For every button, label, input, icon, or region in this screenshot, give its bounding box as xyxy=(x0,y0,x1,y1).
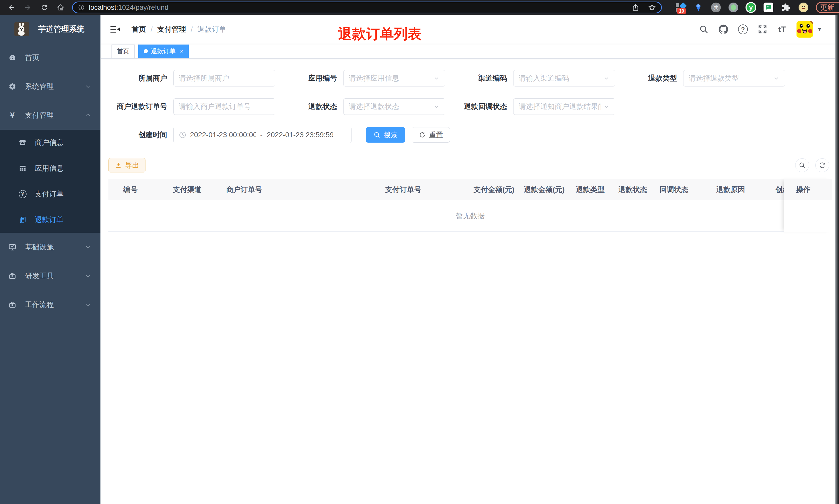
tab-refund-order[interactable]: 退款订单 × xyxy=(138,44,189,58)
navbar: 首页 / 支付管理 / 退款订单 退款订单列表 ? xyxy=(101,15,835,44)
page-content: 所属商户 应用编号 请选择应用信息 渠道编码 请输入渠道编码 xyxy=(101,59,835,232)
show-search-toggle-button[interactable] xyxy=(795,158,809,172)
chevron-down-icon xyxy=(85,84,91,90)
extension-badge: 10 xyxy=(677,8,686,14)
breadcrumb-payment[interactable]: 支付管理 xyxy=(157,24,186,34)
screen: localhost:1024/pay/refund 10 xyxy=(0,0,839,504)
sidebar-item-home[interactable]: 首页 xyxy=(0,43,101,72)
extension-puzzle-icon[interactable] xyxy=(780,2,792,13)
sidebar-item-app-info[interactable]: 应用信息 xyxy=(0,156,101,181)
sidebar-item-refund-order[interactable]: 退款订单 xyxy=(0,207,101,233)
breadcrumb-home[interactable]: 首页 xyxy=(131,24,146,34)
chevron-down-icon xyxy=(433,103,440,110)
sidebar-item-payment[interactable]: ¥ 支付管理 xyxy=(0,101,101,130)
merchant-refund-no-input[interactable] xyxy=(173,98,275,115)
th-refund-reason: 退款原因 xyxy=(716,185,745,195)
filter-label: 渠道编码 xyxy=(448,73,513,83)
app-logo-row[interactable]: 芋道管理系统 xyxy=(0,15,101,43)
sidebar-item-infrastructure[interactable]: 基础设施 xyxy=(0,233,101,262)
filter-label: 创建时间 xyxy=(108,130,173,140)
filter-label: 退款回调状态 xyxy=(448,102,513,111)
share-icon[interactable] xyxy=(632,4,639,11)
export-button-label: 导出 xyxy=(125,161,139,170)
reset-button[interactable]: 重置 xyxy=(412,127,450,143)
sidebar-item-pay-order[interactable]: ¥ 支付订单 xyxy=(0,181,101,207)
search-button[interactable]: 搜索 xyxy=(366,127,405,143)
filter-label: 退款类型 xyxy=(618,73,683,83)
sidebar-item-label: 退款订单 xyxy=(35,215,64,225)
tab-close-icon[interactable]: × xyxy=(180,48,183,55)
chevron-up-icon xyxy=(85,112,91,119)
merchant-input[interactable] xyxy=(173,70,275,87)
sidebar-item-label: 商户信息 xyxy=(35,138,64,147)
table-tools xyxy=(795,158,829,172)
avatar-caret-icon[interactable]: ▾ xyxy=(818,26,821,33)
browser-home-button[interactable] xyxy=(56,2,66,13)
refresh-table-button[interactable] xyxy=(815,158,829,172)
chevron-down-icon xyxy=(85,273,91,279)
date-range-picker[interactable]: 2022-01-23 00:00:00 - 2022-01-23 23:59:5… xyxy=(173,127,352,143)
th-notify-status: 回调状态 xyxy=(660,185,688,195)
fullscreen-icon[interactable] xyxy=(757,24,768,35)
notify-status-select[interactable]: 请选择通知商户退款结果的回调状态 xyxy=(513,98,615,115)
filter-label: 商户退款订单号 xyxy=(108,102,173,111)
sidebar-fold-icon[interactable] xyxy=(110,25,120,34)
fixed-operation-column: 操作 xyxy=(784,179,832,232)
extension-chat-icon[interactable] xyxy=(763,2,774,13)
extension-tabs-icon[interactable]: 10 xyxy=(675,2,686,13)
search-button-label: 搜索 xyxy=(384,130,398,140)
sidebar-item-workflow[interactable]: 工作流程 xyxy=(0,290,101,319)
sidebar-item-label: 支付管理 xyxy=(25,110,54,120)
browser-chrome: localhost:1024/pay/refund 10 xyxy=(0,0,839,15)
th-merchant-order: 商户订单号 xyxy=(226,185,262,195)
chevron-down-icon xyxy=(773,75,780,82)
app-select[interactable]: 请选择应用信息 xyxy=(343,70,445,87)
extension-gem-icon[interactable] xyxy=(693,2,704,13)
export-button[interactable]: 导出 xyxy=(108,158,145,173)
search-icon[interactable] xyxy=(699,24,709,35)
extension-emoji-icon[interactable] xyxy=(798,2,809,13)
sidebar-item-dev-tools[interactable]: 研发工具 xyxy=(0,262,101,290)
gear-icon xyxy=(8,83,16,90)
th-refund-amount: 退款金额(元) xyxy=(524,185,565,195)
refund-status-select[interactable]: 请选择退款状态 xyxy=(343,98,445,115)
filter-row-3: 创建时间 2022-01-23 00:00:00 - 2022-01-23 23… xyxy=(108,127,832,143)
extension-y-icon[interactable]: y xyxy=(745,2,756,13)
browser-update-button[interactable]: 更新 ⋮ xyxy=(816,2,839,13)
select-placeholder: 请选择应用信息 xyxy=(349,73,431,83)
extension-command-icon[interactable]: ⌘ xyxy=(710,2,721,13)
toolbox-icon xyxy=(8,272,16,280)
url-host: localhost xyxy=(89,4,117,12)
reset-button-label: 重置 xyxy=(429,130,443,140)
sidebar-item-merchant-info[interactable]: 商户信息 xyxy=(0,130,101,156)
th-pay-order: 支付订单号 xyxy=(385,185,421,195)
date-end-value: 2022-01-23 23:59:59 xyxy=(267,131,333,139)
extension-circle-icon[interactable] xyxy=(728,2,739,13)
sidebar-item-label: 基础设施 xyxy=(25,242,54,252)
browser-refresh-button[interactable] xyxy=(39,2,50,13)
url-bar[interactable]: localhost:1024/pay/refund xyxy=(72,2,662,13)
chevron-down-icon xyxy=(603,103,610,110)
bookmark-star-icon[interactable] xyxy=(648,4,656,11)
refresh-icon xyxy=(819,162,826,169)
window-edge-scrollbar[interactable] xyxy=(835,15,839,504)
refund-type-select[interactable]: 请选择退款类型 xyxy=(683,70,785,87)
channel-select[interactable]: 请输入渠道编码 xyxy=(513,70,615,87)
browser-menu-icon[interactable]: ⋮ xyxy=(838,3,839,12)
github-icon[interactable] xyxy=(718,24,729,35)
filter-create-time: 创建时间 2022-01-23 00:00:00 - 2022-01-23 23… xyxy=(108,127,352,143)
grid-icon xyxy=(19,164,26,172)
select-placeholder: 请输入渠道编码 xyxy=(519,73,601,83)
site-info-icon[interactable] xyxy=(78,4,85,11)
document-icon xyxy=(19,216,26,224)
select-placeholder: 请选择通知商户退款结果的回调状态 xyxy=(519,102,601,111)
browser-back-button[interactable] xyxy=(6,2,17,13)
browser-forward-button[interactable] xyxy=(23,2,33,13)
empty-text: 暂无数据 xyxy=(456,211,485,221)
avatar[interactable] xyxy=(797,21,813,38)
tab-home[interactable]: 首页 xyxy=(111,44,135,58)
font-size-icon[interactable]: tT xyxy=(777,24,787,35)
sidebar-item-system[interactable]: 系统管理 xyxy=(0,72,101,101)
chevron-down-icon xyxy=(603,75,610,82)
help-icon[interactable]: ? xyxy=(738,24,748,35)
